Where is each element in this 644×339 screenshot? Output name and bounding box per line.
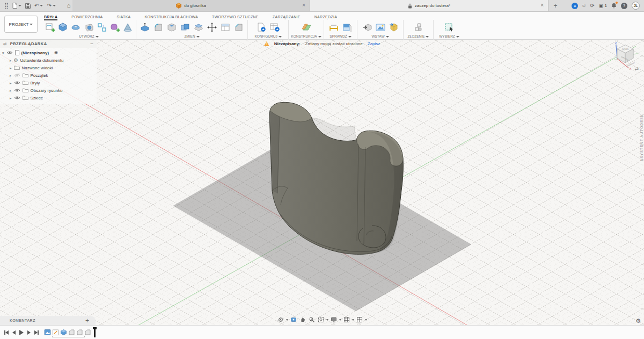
close-tab-icon[interactable]	[302, 3, 305, 8]
create-sketch-icon[interactable]	[43, 20, 56, 34]
group-label-konstrukcja[interactable]: KONSTRUKCJA	[290, 34, 322, 39]
group-label-zlozenie[interactable]: ZŁOŻENIE	[405, 34, 431, 39]
preferences-gear-icon[interactable]	[635, 318, 641, 324]
primitive-icon[interactable]	[122, 20, 134, 34]
chevron-down-icon[interactable]	[2, 51, 4, 55]
group-label-utworz[interactable]: UTWÓRZ	[43, 34, 134, 39]
eye-icon[interactable]	[14, 96, 20, 100]
fit-icon[interactable]	[317, 316, 325, 323]
ribbon-tab-narzedzia[interactable]: NARZĘDZIA	[314, 15, 337, 19]
timeline-extrude-feature[interactable]	[60, 328, 67, 336]
move-icon[interactable]	[206, 20, 218, 34]
orbit-caret-icon[interactable]	[286, 319, 288, 321]
activate-radio-icon[interactable]	[54, 51, 58, 55]
file-menu-icon[interactable]	[12, 3, 21, 9]
timeline-sketch-feature[interactable]	[52, 328, 59, 336]
fit-caret-icon[interactable]	[326, 319, 328, 321]
revolve-icon[interactable]	[70, 20, 82, 34]
eye-hidden-icon[interactable]	[14, 73, 20, 77]
ribbon-tab-bryla[interactable]: BRYŁA	[44, 15, 57, 19]
display-settings-icon[interactable]	[330, 316, 338, 323]
chevron-right-icon[interactable]	[10, 96, 12, 100]
ribbon-tab-zarzadzanie[interactable]: ZARZĄDZANIE	[273, 15, 301, 19]
press-pull-icon[interactable]	[138, 20, 151, 34]
app-grid-icon[interactable]	[4, 3, 9, 9]
extrude-icon[interactable]	[56, 20, 69, 34]
browser-item-origin[interactable]: Początek	[2, 71, 97, 79]
chevron-right-icon[interactable]	[10, 74, 12, 77]
browser-root-label[interactable]: (Niezapisany)	[21, 51, 49, 55]
chamfer-icon[interactable]	[232, 20, 245, 34]
viewports-icon[interactable]	[356, 316, 363, 323]
configure-table-icon[interactable]	[268, 20, 281, 34]
scene-canvas[interactable]	[0, 40, 644, 325]
document-tab-inactive[interactable]: do glosnika	[72, 0, 310, 11]
home-icon[interactable]	[67, 3, 71, 9]
chevron-right-icon[interactable]	[10, 81, 12, 85]
group-label-zmien[interactable]: ZMIEŃ	[138, 34, 246, 39]
play-icon[interactable]	[19, 330, 24, 335]
display-caret-icon[interactable]	[339, 319, 341, 321]
construction-plane-icon[interactable]	[300, 20, 313, 34]
go-to-start-icon[interactable]	[4, 330, 9, 335]
close-tab-icon[interactable]	[540, 3, 544, 8]
fillet-icon[interactable]	[152, 20, 165, 34]
sweep-icon[interactable]	[83, 20, 95, 34]
parameters-icon[interactable]	[219, 20, 232, 34]
save-icon[interactable]	[25, 3, 31, 9]
timeline-canvas-feature[interactable]	[44, 328, 51, 336]
step-back-icon[interactable]	[12, 330, 16, 335]
document-tab-active[interactable]: zaczep do tostera*	[310, 0, 548, 11]
timeline-fillet-feature[interactable]	[84, 328, 91, 336]
eye-icon[interactable]	[6, 51, 13, 55]
browser-item-document-settings[interactable]: Ustawienia dokumentu	[2, 56, 97, 64]
look-at-icon[interactable]	[290, 316, 297, 323]
pattern-icon[interactable]	[96, 20, 108, 34]
ribbon-tab-powierzchnia[interactable]: POWIERZCHNIA	[71, 15, 103, 19]
offset-face-icon[interactable]	[192, 20, 205, 34]
pan-icon[interactable]	[299, 316, 306, 323]
group-label-wybierz[interactable]: WYBIERZ	[435, 34, 463, 39]
chevron-right-icon[interactable]	[10, 66, 12, 70]
browser-item-bodies[interactable]: Bryły	[2, 79, 97, 86]
grid-caret-icon[interactable]	[352, 319, 354, 321]
viewports-caret-icon[interactable]	[365, 319, 367, 321]
new-component-icon[interactable]	[412, 20, 425, 34]
assistant-panel-tab[interactable]: ASYSTENT AUTODESK	[640, 114, 643, 161]
combine-icon[interactable]	[179, 20, 192, 34]
undo-icon[interactable]	[34, 3, 43, 9]
project-button[interactable]: PROJEKT	[4, 16, 38, 33]
chevron-right-icon[interactable]	[10, 59, 12, 62]
extensions-icon[interactable]	[572, 3, 578, 9]
shell-icon[interactable]	[165, 20, 178, 34]
create-form-icon[interactable]	[108, 20, 121, 34]
browser-root-row[interactable]: (Niezapisany)	[2, 49, 97, 56]
section-analysis-icon[interactable]	[341, 20, 354, 34]
measure-icon[interactable]	[327, 20, 340, 34]
sync-icon[interactable]	[590, 3, 594, 9]
select-icon[interactable]	[443, 20, 456, 34]
viewcube-expand-icon[interactable]	[634, 67, 639, 71]
notifications-bell-icon[interactable]	[611, 3, 617, 9]
group-label-sprawdz[interactable]: SPRAWDŹ	[326, 34, 355, 39]
step-forward-icon[interactable]	[27, 330, 31, 335]
orbit-icon[interactable]	[277, 316, 284, 323]
insert-mesh-icon[interactable]	[387, 20, 400, 34]
browser-item-sketches[interactable]: Szkice	[2, 94, 97, 102]
zoom-icon[interactable]	[308, 316, 316, 323]
dock-panel-icon[interactable]	[3, 42, 7, 46]
save-link[interactable]: Zapisz	[368, 41, 380, 46]
group-label-konfiguruj[interactable]: KONFIGURUJ	[250, 34, 287, 39]
collapse-panel-icon[interactable]	[90, 41, 93, 47]
browser-item-drawing-areas[interactable]: Obszary rysunku	[2, 86, 97, 94]
eye-icon[interactable]	[14, 88, 20, 92]
help-icon[interactable]	[621, 3, 627, 9]
timeline-fillet-feature[interactable]	[68, 328, 75, 336]
configure-document-icon[interactable]	[255, 20, 268, 34]
insert-image-icon[interactable]	[374, 20, 387, 34]
comment-panel[interactable]: KOMENTARZ	[0, 316, 96, 325]
ribbon-tab-tworzywo-sztuczne[interactable]: TWORZYWO SZTUCZNE	[212, 15, 259, 19]
grid-snap-icon[interactable]	[343, 316, 350, 323]
timeline-fillet-feature[interactable]	[76, 328, 83, 336]
eye-icon[interactable]	[14, 81, 20, 85]
